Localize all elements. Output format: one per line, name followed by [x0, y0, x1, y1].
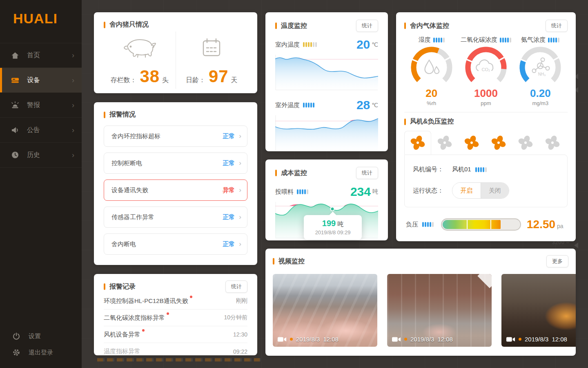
- record-dot: [290, 338, 293, 341]
- title-accent-bar: [104, 283, 105, 290]
- ammonia-gauge: 氨气浓度 NH₃ 0.20 mg/m3: [513, 36, 568, 106]
- alarm-label: 舍内断电: [111, 240, 223, 248]
- sidebar-item-settings[interactable]: 设置: [0, 328, 82, 344]
- fan-icon: [490, 135, 507, 151]
- video-monitor-card: 视频监控 更多 2019/8/3 12:08 2019/8/3 12:08: [265, 249, 576, 356]
- card-title-row: 报警情况: [104, 110, 247, 119]
- alarm-log-list: 环境控制器HL-PC12B通讯失败 刚刚 二氧化碳浓度指标异常 10分钟前 风机…: [104, 293, 247, 360]
- feed-chart: 199吨 2019/8/8 09:29: [275, 201, 378, 239]
- alarm-icon: [11, 101, 20, 110]
- gauge-label: 氨气浓度: [521, 36, 546, 44]
- alarm-row[interactable]: 设备通讯失败 异常 ›: [104, 180, 247, 201]
- fan-icon: [463, 135, 480, 151]
- chevron-right-icon: ›: [72, 151, 74, 159]
- age-stat: 日龄： 97 天: [176, 31, 248, 89]
- card-title-row: 温度监控 统计: [275, 20, 378, 32]
- more-button[interactable]: 更多: [546, 255, 568, 267]
- title-accent-bar: [404, 119, 406, 125]
- log-row[interactable]: 温度指标异常 09:22: [104, 343, 247, 360]
- title-accent-bar: [275, 22, 277, 29]
- log-row[interactable]: 环境控制器HL-PC12B通讯失败 刚刚: [104, 293, 247, 310]
- stats-button[interactable]: 统计: [356, 167, 378, 179]
- sidebar-item-label: 公告: [27, 126, 72, 135]
- fan-tab-row: [404, 131, 568, 155]
- record-dot: [404, 338, 407, 341]
- stock-label: 存栏数：: [110, 76, 136, 85]
- run-status-toggle[interactable]: 开启 关闭: [452, 182, 509, 199]
- alarm-row[interactable]: 舍内环控指标超标 正常 ›: [104, 126, 247, 147]
- home-icon: [11, 51, 20, 60]
- video-date: 2019/8/3: [525, 336, 548, 343]
- fan-icon: [410, 135, 426, 151]
- video-overlay: 2019/8/3 12:08: [392, 336, 453, 343]
- sidebar-item-label: 退出登录: [29, 349, 53, 357]
- alarm-label: 舍内环控指标超标: [111, 132, 223, 140]
- sidebar-item-home[interactable]: 首页 ›: [0, 43, 82, 68]
- outdoor-temp-unit: ℃: [372, 102, 378, 108]
- signal-bars: [303, 103, 314, 108]
- fan-tab-5[interactable]: [512, 131, 539, 155]
- alarm-row[interactable]: 舍内断电 正常 ›: [104, 233, 247, 255]
- age-label: 日龄：: [186, 76, 205, 85]
- log-time: 12:30: [233, 331, 247, 338]
- video-thumbnail-1[interactable]: 2019/8/3 12:08: [273, 274, 377, 347]
- power-icon: [12, 332, 20, 340]
- fan-number-label: 风机编号：: [413, 166, 452, 173]
- record-dot: [519, 338, 521, 341]
- co2-cloud-icon: CO₂: [476, 60, 493, 72]
- sidebar-item-announcement[interactable]: 公告 ›: [0, 118, 82, 143]
- unread-dot: [190, 296, 192, 298]
- card-title: 报警情况: [109, 110, 136, 119]
- chevron-right-icon: ›: [72, 76, 74, 85]
- fan-tab-1[interactable]: [404, 131, 431, 155]
- chevron-right-icon: ›: [239, 132, 241, 140]
- pig-icon: [122, 36, 158, 60]
- video-thumbnail-2[interactable]: 2019/8/3 12:08: [387, 274, 492, 347]
- fan-tab-4[interactable]: [485, 131, 512, 155]
- history-icon: [11, 150, 20, 159]
- card-title: 成本监控: [281, 169, 307, 177]
- camera-icon: [506, 337, 515, 342]
- stats-button[interactable]: 统计: [225, 280, 247, 293]
- fan-icon: [517, 135, 534, 151]
- tooltip-value: 199吨: [306, 219, 359, 228]
- gauge-label: 湿度: [419, 36, 431, 44]
- alarm-label: 传感器工作异常: [111, 213, 223, 221]
- fan-tab-6[interactable]: [539, 131, 566, 155]
- card-title-row: 成本监控 统计: [275, 167, 378, 179]
- log-time: 刚刚: [236, 297, 247, 305]
- toggle-off-option[interactable]: 关闭: [481, 183, 509, 198]
- sidebar-item-device[interactable]: 设备 ›: [0, 68, 82, 93]
- log-row[interactable]: 风机设备异常 12:30: [104, 326, 247, 343]
- status-badge: 异常: [223, 186, 235, 194]
- sidebar-item-history[interactable]: 历史 ›: [0, 143, 82, 168]
- chevron-right-icon: ›: [239, 240, 241, 248]
- stats-button[interactable]: 统计: [356, 20, 378, 32]
- stats-button[interactable]: 统计: [546, 20, 568, 32]
- card-title-row: 舍内猪只情况: [104, 20, 247, 29]
- sidebar-item-label: 首页: [27, 51, 72, 60]
- pressure-unit: pa: [557, 223, 564, 231]
- fan-tab-2[interactable]: [431, 131, 458, 155]
- title-accent-bar: [275, 170, 277, 176]
- background-arrow-decor: [574, 242, 578, 248]
- section-divider: [404, 112, 568, 112]
- gauge-unit: %rh: [427, 100, 436, 106]
- toggle-on-option[interactable]: 开启: [452, 183, 481, 198]
- gauge-value: 20: [425, 87, 437, 100]
- alarm-row[interactable]: 传感器工作异常 正常 ›: [104, 206, 247, 228]
- card-title: 舍内气体监控: [410, 22, 449, 30]
- video-date: 2019/8/3: [296, 336, 320, 343]
- alarm-status-card: 报警情况 舍内环控指标超标 正常 › 控制柜断电 正常 › 设备通讯失败 异常 …: [94, 102, 257, 265]
- fan-tab-3[interactable]: [458, 131, 485, 155]
- video-time: 12:08: [437, 336, 453, 343]
- sidebar-item-logout[interactable]: 退出登录: [0, 344, 82, 361]
- card-title: 视频监控: [278, 257, 305, 266]
- video-thumbnail-3[interactable]: 2019/8/3 12:08: [501, 274, 576, 347]
- title-accent-bar: [104, 112, 105, 118]
- log-row[interactable]: 二氧化碳浓度指标异常 10分钟前: [104, 310, 247, 326]
- sidebar-item-alarm[interactable]: 警报 ›: [0, 93, 82, 118]
- status-badge: 正常: [223, 159, 235, 167]
- alarm-row[interactable]: 控制柜断电 正常 ›: [104, 153, 247, 174]
- video-strip: 2019/8/3 12:08 2019/8/3 12:08 2019/8/3 1…: [273, 274, 576, 347]
